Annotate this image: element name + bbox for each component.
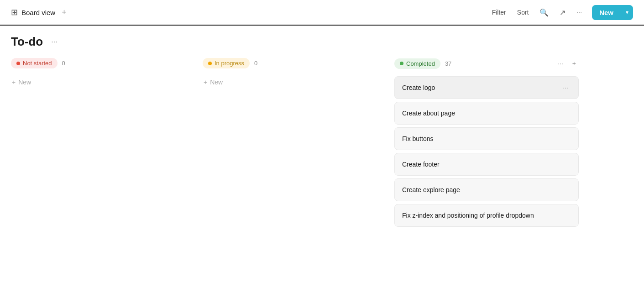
new-button-group: New ▾ — [592, 5, 633, 20]
card-fix-buttons[interactable]: Fix buttons ··· — [394, 127, 579, 150]
column-header-completed: Completed 37 ··· + — [394, 54, 579, 73]
plus-icon: + — [12, 78, 16, 86]
in-progress-count: 0 — [254, 60, 257, 67]
column-in-progress: In progress 0 + New — [203, 54, 394, 299]
in-progress-label: In progress — [215, 60, 244, 67]
link-button[interactable]: ↗ — [555, 5, 570, 20]
board-icon: ⊞ — [11, 7, 18, 17]
filter-button[interactable]: Filter — [487, 6, 511, 19]
not-started-count: 0 — [62, 60, 65, 67]
toolbar-left: ⊞ Board view + — [11, 7, 69, 18]
page-title: To-do — [11, 35, 43, 49]
in-progress-card-list: + New — [203, 76, 387, 299]
completed-add-button[interactable]: + — [570, 58, 579, 69]
column-completed: Completed 37 ··· + Create logo ··· Creat… — [394, 54, 586, 299]
search-icon: 🔍 — [539, 8, 549, 17]
more-label: ··· — [576, 9, 582, 16]
not-started-new-button[interactable]: + New — [11, 76, 195, 89]
card-title: Fix buttons — [402, 135, 433, 142]
status-badge-not-started: Not started — [11, 58, 58, 68]
page-menu-button[interactable]: ··· — [47, 36, 61, 48]
card-title: Fix z-index and positioning of profile d… — [402, 212, 534, 219]
card-title: Create explore page — [402, 186, 460, 193]
completed-label: Completed — [406, 60, 435, 67]
card-title: Create about page — [402, 110, 455, 117]
page-header: To-do ··· — [0, 26, 644, 54]
new-main-button[interactable]: New — [592, 5, 621, 20]
sort-button[interactable]: Sort — [513, 6, 534, 19]
new-dropdown-button[interactable]: ▾ — [621, 5, 633, 19]
sort-label: Sort — [517, 9, 529, 16]
column-header-in-progress: In progress 0 — [203, 54, 387, 72]
add-view-button[interactable]: + — [59, 7, 69, 18]
completed-count: 37 — [445, 60, 451, 67]
card-create-logo[interactable]: Create logo ··· — [394, 76, 579, 99]
board-view-label: Board view — [21, 9, 55, 16]
in-progress-new-label: New — [210, 78, 223, 86]
completed-card-list: Create logo ··· Create about page ··· Fi… — [394, 76, 579, 299]
card-title: Create logo — [402, 84, 435, 91]
card-menu-button[interactable]: ··· — [560, 83, 571, 92]
card-create-about-page[interactable]: Create about page ··· — [394, 102, 579, 125]
not-started-new-label: New — [18, 78, 31, 86]
status-badge-completed: Completed — [394, 58, 440, 69]
toolbar: ⊞ Board view + Filter Sort 🔍 ↗ ··· New ▾ — [0, 0, 644, 26]
more-button[interactable]: ··· — [572, 6, 586, 19]
search-button[interactable]: 🔍 — [535, 5, 553, 20]
not-started-card-list: + New — [11, 76, 195, 299]
column-header-not-started: Not started 0 — [11, 54, 195, 72]
card-fix-zindex[interactable]: Fix z-index and positioning of profile d… — [394, 204, 579, 227]
toolbar-right: Filter Sort 🔍 ↗ ··· New ▾ — [487, 5, 633, 20]
not-started-label: Not started — [23, 60, 52, 67]
not-started-dot — [16, 62, 20, 65]
completed-more-button[interactable]: ··· — [555, 58, 566, 69]
completed-dot — [400, 62, 403, 65]
board-area: Not started 0 + New In progress 0 + New — [0, 54, 644, 299]
link-icon: ↗ — [560, 8, 565, 17]
card-create-footer[interactable]: Create footer ··· — [394, 153, 579, 176]
filter-label: Filter — [492, 9, 506, 16]
card-title: Create footer — [402, 161, 440, 168]
column-not-started: Not started 0 + New — [11, 54, 203, 299]
plus-icon: + — [204, 78, 207, 86]
card-create-explore-page[interactable]: Create explore page ··· — [394, 178, 579, 201]
status-badge-in-progress: In progress — [203, 58, 250, 68]
in-progress-dot — [208, 62, 212, 65]
in-progress-new-button[interactable]: + New — [203, 76, 387, 89]
